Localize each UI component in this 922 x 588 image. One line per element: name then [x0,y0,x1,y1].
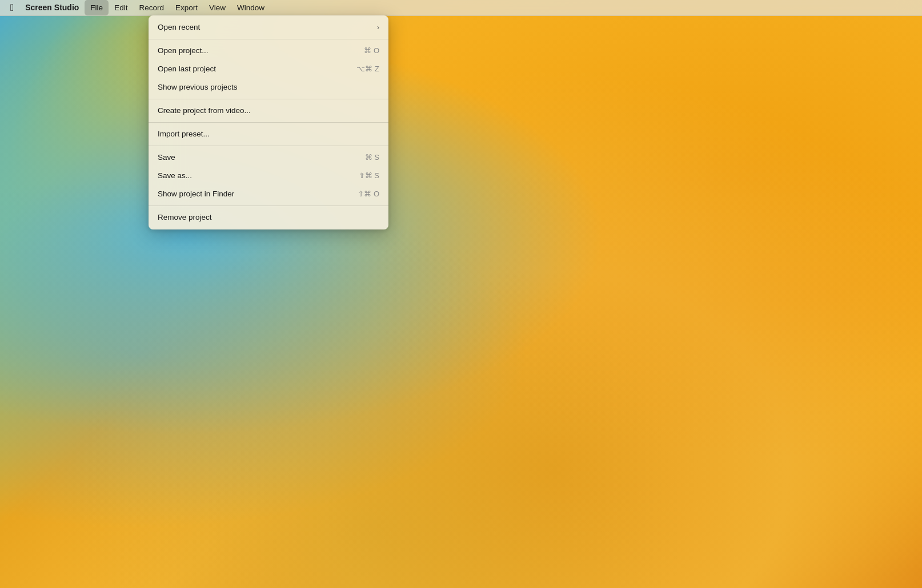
open-last-project-shortcut: ⌥⌘ Z [356,63,379,75]
show-project-in-finder-label: Show project in Finder [158,188,346,200]
separator-3 [149,122,388,123]
open-last-project-label: Open last project [158,63,345,75]
import-preset-label: Import preset... [158,128,379,140]
submenu-arrow-icon: › [377,21,379,34]
open-project-shortcut: ⌘ O [364,45,379,57]
menu-item-create-project-from-video[interactable]: Create project from video... [149,102,388,120]
menu-item-remove-project[interactable]: Remove project [149,208,388,227]
menu-item-import-preset[interactable]: Import preset... [149,125,388,143]
apple-menu[interactable]:  [5,0,19,16]
save-label: Save [158,151,354,164]
save-shortcut: ⌘ S [365,151,379,164]
save-as-shortcut: ⇧⌘ S [359,170,379,182]
open-recent-label: Open recent [158,21,372,34]
file-dropdown-menu: Open recent › Open project... ⌘ O Open l… [149,15,388,229]
menu-item-open-last-project[interactable]: Open last project ⌥⌘ Z [149,60,388,78]
app-name[interactable]: Screen Studio [19,0,85,15]
menu-window[interactable]: Window [231,0,270,15]
open-project-label: Open project... [158,45,352,57]
show-previous-projects-label: Show previous projects [158,81,379,94]
menubar:  Screen Studio File Edit Record Export … [0,0,922,16]
menu-export[interactable]: Export [170,0,203,15]
menu-item-show-project-in-finder[interactable]: Show project in Finder ⇧⌘ O [149,185,388,203]
menu-item-show-previous-projects[interactable]: Show previous projects [149,78,388,96]
menu-item-open-recent[interactable]: Open recent › [149,18,388,37]
menu-file[interactable]: File [85,0,109,15]
create-project-from-video-label: Create project from video... [158,104,379,117]
menu-record[interactable]: Record [133,0,170,15]
wallpaper [0,0,922,588]
menu-item-save[interactable]: Save ⌘ S [149,148,388,167]
menu-item-save-as[interactable]: Save as... ⇧⌘ S [149,167,388,185]
menu-item-open-project[interactable]: Open project... ⌘ O [149,42,388,60]
remove-project-label: Remove project [158,211,379,224]
show-project-in-finder-shortcut: ⇧⌘ O [358,188,379,200]
menu-view[interactable]: View [203,0,231,15]
menu-edit[interactable]: Edit [109,0,133,15]
separator-5 [149,206,388,206]
separator-2 [149,99,388,99]
save-as-label: Save as... [158,170,347,182]
separator-1 [149,39,388,39]
separator-4 [149,146,388,146]
